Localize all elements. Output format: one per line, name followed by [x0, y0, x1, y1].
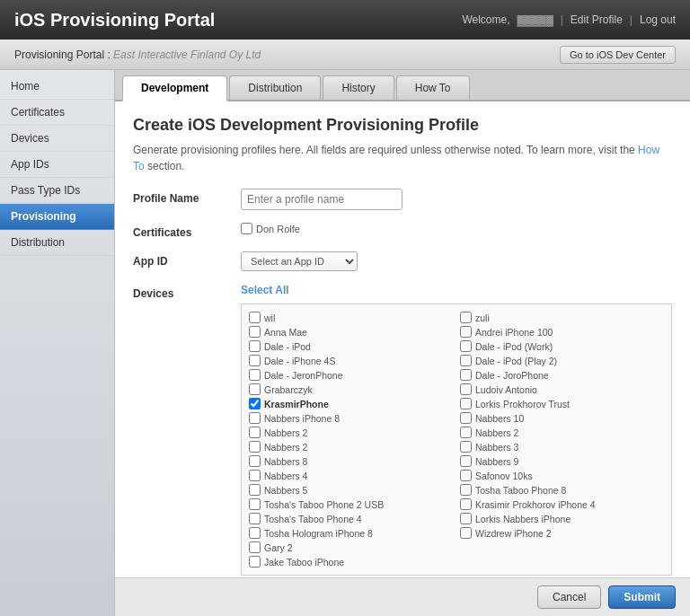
device-checkbox[interactable]: [460, 355, 472, 366]
sidebar-item-provisioning[interactable]: Provisioning: [0, 204, 114, 230]
device-list: wilAnna MaeDale - iPodDale - iPhone 4SDa…: [241, 304, 672, 576]
device-checkbox[interactable]: [460, 398, 472, 409]
device-checkbox[interactable]: [249, 441, 261, 453]
device-item: Nabbers iPhone 8: [249, 412, 453, 424]
device-column-1: wilAnna MaeDale - iPodDale - iPhone 4SDa…: [249, 312, 453, 568]
device-checkbox[interactable]: [460, 527, 472, 539]
device-checkbox[interactable]: [460, 455, 472, 467]
certificates-label: Certificates: [133, 223, 241, 239]
device-name: Dale - JeronPhone: [264, 370, 343, 381]
device-item: Lorkis Nabbers iPhone: [460, 513, 664, 524]
sidebar-item-devices[interactable]: Devices: [0, 126, 114, 152]
sidebar-item-distribution[interactable]: Distribution: [0, 230, 114, 256]
device-name: Dale - iPod: [264, 341, 311, 352]
sidebar-item-home[interactable]: Home: [0, 74, 114, 100]
device-checkbox[interactable]: [460, 427, 472, 438]
device-checkbox[interactable]: [460, 513, 472, 524]
device-item: Tosha's Taboo Phone 2 USB: [249, 498, 453, 510]
select-all-link[interactable]: Select All: [241, 284, 289, 296]
certificate-item: Don Rolfe: [241, 223, 672, 234]
device-item: wil: [249, 312, 453, 323]
main-content: DevelopmentDistributionHistoryHow To Cre…: [115, 70, 690, 616]
device-checkbox[interactable]: [249, 455, 261, 467]
edit-profile-link[interactable]: Edit Profile: [571, 13, 623, 26]
devices-row: Devices Select All wilAnna MaeDale - iPo…: [133, 284, 672, 576]
device-item: Dale - iPod (Work): [460, 340, 664, 352]
device-name: Tosha's Taboo Phone 4: [264, 514, 362, 524]
device-name: Grabarczyk: [264, 384, 313, 395]
app-title: iOS Provisioning Portal: [14, 10, 215, 31]
profile-name-input[interactable]: [241, 189, 402, 210]
welcome-text: Welcome,: [462, 13, 509, 26]
certificates-field: Don Rolfe: [241, 223, 672, 234]
submit-button[interactable]: Submit: [608, 585, 676, 609]
certificate-checkbox[interactable]: [241, 223, 252, 234]
device-name: Jake Taboo iPhone: [264, 557, 344, 568]
log-out-link[interactable]: Log out: [640, 13, 676, 26]
device-name: KrasmirPhone: [264, 399, 329, 409]
device-checkbox[interactable]: [249, 556, 261, 568]
device-checkbox[interactable]: [249, 312, 261, 323]
device-checkbox[interactable]: [249, 355, 261, 366]
device-checkbox[interactable]: [460, 498, 472, 510]
device-checkbox[interactable]: [249, 412, 261, 424]
description: Generate provisioning profiles here. All…: [133, 142, 672, 174]
sidebar-item-app-ids[interactable]: App IDs: [0, 152, 114, 178]
ios-dev-center-button[interactable]: Go to iOS Dev Center: [560, 46, 676, 64]
breadcrumb-bar: Provisioning Portal : East Interactive F…: [0, 40, 690, 70]
device-item: Nabbers 10: [460, 412, 664, 424]
sidebar-item-certificates[interactable]: Certificates: [0, 100, 114, 126]
device-item: Dale - iPod (Play 2): [460, 355, 664, 366]
device-item: Tosha's Taboo Phone 4: [249, 513, 453, 524]
sidebar-item-pass-type-ids[interactable]: Pass Type IDs: [0, 178, 114, 204]
device-checkbox[interactable]: [249, 527, 261, 539]
device-checkbox[interactable]: [460, 383, 472, 395]
device-checkbox[interactable]: [460, 412, 472, 424]
device-name: Andrei iPhone 100: [475, 327, 553, 338]
app-id-select[interactable]: Select an App ID: [241, 251, 358, 271]
device-name: Dale - JoroPhone: [475, 370, 549, 381]
device-checkbox[interactable]: [249, 427, 261, 438]
device-checkbox[interactable]: [249, 513, 261, 524]
device-checkbox[interactable]: [460, 340, 472, 352]
device-checkbox[interactable]: [249, 383, 261, 395]
cancel-button[interactable]: Cancel: [537, 585, 601, 609]
device-checkbox[interactable]: [460, 326, 472, 338]
tab-how-to[interactable]: How To: [396, 75, 470, 100]
device-item: Lorkis Prokhorov Trust: [460, 398, 664, 409]
device-checkbox[interactable]: [460, 484, 472, 496]
device-name: Nabbers 2: [264, 427, 307, 438]
device-checkbox[interactable]: [249, 340, 261, 352]
device-name: Lorkis Nabbers iPhone: [475, 514, 571, 524]
device-item: Nabbers 4: [249, 470, 453, 481]
devices-field: Select All wilAnna MaeDale - iPodDale - …: [241, 284, 672, 576]
device-checkbox[interactable]: [460, 470, 472, 481]
tab-development[interactable]: Development: [122, 75, 227, 101]
profile-name-field: [241, 189, 672, 210]
device-checkbox[interactable]: [249, 326, 261, 338]
profile-name-label: Profile Name: [133, 189, 241, 205]
breadcrumb: Provisioning Portal : East Interactive F…: [14, 48, 261, 61]
device-item: Nabbers 2: [249, 427, 453, 438]
tab-distribution[interactable]: Distribution: [229, 75, 321, 100]
device-name: Nabbers 2: [264, 442, 307, 453]
device-name: zuli: [475, 312, 490, 323]
device-item: Safonov 10ks: [460, 470, 664, 481]
device-item: KrasmirPhone: [249, 398, 453, 409]
portal-label: Provisioning Portal: [14, 48, 104, 61]
device-checkbox[interactable]: [460, 441, 472, 453]
device-checkbox[interactable]: [249, 498, 261, 510]
device-name: Nabbers 9: [475, 456, 518, 467]
device-item: Tosha Hologram iPhone 8: [249, 527, 453, 539]
device-checkbox[interactable]: [249, 541, 261, 553]
tab-history[interactable]: History: [323, 75, 394, 100]
device-checkbox[interactable]: [460, 369, 472, 381]
device-name: Nabbers 10: [475, 413, 524, 424]
device-checkbox[interactable]: [249, 369, 261, 381]
device-checkbox[interactable]: [249, 470, 261, 481]
device-checkbox[interactable]: [249, 484, 261, 496]
device-name: Nabbers 5: [264, 485, 307, 496]
device-checkbox[interactable]: [460, 312, 472, 323]
device-item: Nabbers 2: [249, 441, 453, 453]
device-checkbox[interactable]: [249, 398, 261, 409]
